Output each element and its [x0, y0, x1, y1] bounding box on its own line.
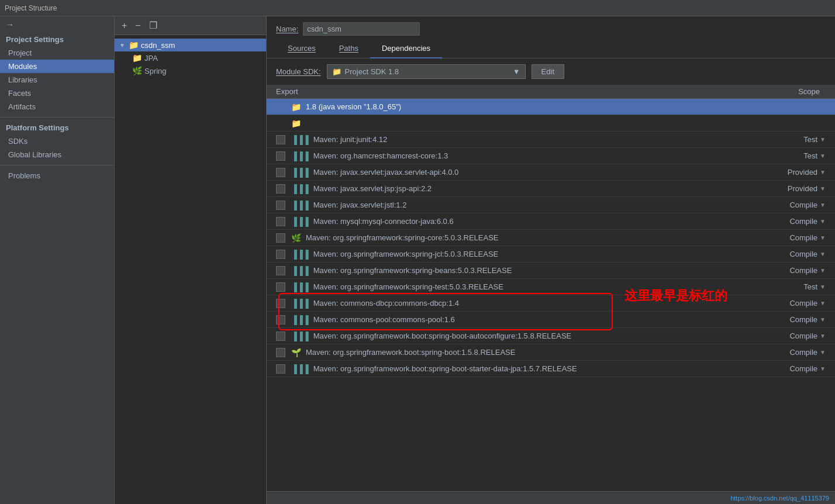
sdk-folder-icon: 📁 [332, 67, 341, 76]
dep-name-spring-core: Maven: org.springframework:spring-core:5… [306, 233, 789, 242]
sidebar-item-project[interactable]: Project [0, 46, 114, 60]
dep-row-spring-jcl[interactable]: ▐▐▐ Maven: org.springframework:spring-jc… [267, 246, 835, 263]
scope-header: Scope [798, 87, 826, 96]
tree-item-jpa[interactable]: 📁 JPA [115, 51, 266, 64]
module-sdk-label: Module SDK: [276, 67, 321, 76]
dep-name-spring-test: Maven: org.springframework:spring-test:5… [313, 282, 803, 291]
dep-checkbox-mysql[interactable] [276, 217, 285, 226]
sidebar-arrow[interactable]: → [0, 16, 114, 33]
dep-row-servlet-api[interactable]: ▐▐▐ Maven: javax.servlet:javax.servlet-a… [267, 164, 835, 181]
dep-scope-arrow-spring-boot-starter-data-jpa[interactable]: ▼ [820, 365, 826, 372]
tree-item-csdn_ssm[interactable]: ▼ 📁 csdn_ssm [115, 39, 266, 51]
dep-scope-arrow-spring-core[interactable]: ▼ [820, 234, 826, 241]
sidebar-item-artifacts[interactable]: Artifacts [0, 100, 114, 113]
tab-dependencies[interactable]: Dependencies [370, 39, 442, 58]
dep-row-commons-dbcp[interactable]: ▐▐▐ Maven: commons-dbcp:commons-dbcp:1.4… [267, 295, 835, 312]
tree-label-csdn_ssm: csdn_ssm [141, 41, 175, 50]
dep-row-spring-boot-autoconfigure[interactable]: ▐▐▐ Maven: org.springframework.boot:spri… [267, 328, 835, 344]
copy-module-button[interactable]: ❐ [147, 19, 160, 32]
dep-scope-commons-dbcp: Compile [789, 299, 817, 308]
dep-checkbox-commons-dbcp[interactable] [276, 299, 285, 308]
dep-scope-arrow-jstl[interactable]: ▼ [820, 202, 826, 208]
dep-icon-spring-boot: 🌱 [291, 348, 301, 357]
tree-item-spring[interactable]: 🌿 Spring [115, 64, 266, 77]
dep-scope-spring-core: Compile [789, 233, 817, 242]
dep-row-hamcrest[interactable]: ▐▐▐ Maven: org.hamcrest:hamcrest-core:1.… [267, 148, 835, 164]
dep-row-junit[interactable]: ▐▐▐ Maven: junit:junit:4.12 Test ▼ [267, 132, 835, 148]
deps-rows: 📁 1.8 (java version "1.8.0_65") 📁 ▐▐▐ Ma… [267, 99, 835, 377]
tree-label-spring: Spring [144, 67, 167, 75]
project-settings-label: Project Settings [0, 33, 114, 46]
dep-checkbox-junit[interactable] [276, 135, 285, 144]
dep-scope-arrow-commons-dbcp[interactable]: ▼ [820, 300, 826, 306]
dep-row-module-source[interactable]: 📁 [267, 115, 835, 132]
sidebar-item-libraries[interactable]: Libraries [0, 73, 114, 87]
dep-scope-arrow-jsp-api[interactable]: ▼ [820, 185, 826, 192]
dep-checkbox-spring-boot-autoconfigure[interactable] [276, 332, 285, 341]
module-tree: + − ❐ ▼ 📁 csdn_ssm 📁 JPA 🌿 Spring [115, 16, 267, 504]
dep-scope-mysql: Compile [789, 217, 817, 226]
remove-module-button[interactable]: − [133, 19, 143, 32]
dep-scope-arrow-hamcrest[interactable]: ▼ [820, 153, 826, 159]
sidebar-item-problems[interactable]: Problems [0, 169, 114, 182]
dep-checkbox-spring-beans[interactable] [276, 266, 285, 275]
title-label: Project Structure [5, 4, 57, 12]
dep-icon-spring-jcl: ▐▐▐ [291, 250, 309, 259]
add-module-button[interactable]: + [119, 19, 129, 32]
dep-scope-arrow-spring-boot[interactable]: ▼ [820, 349, 826, 355]
sidebar-item-sdks[interactable]: SDKs [0, 134, 114, 148]
dep-scope-arrow-junit[interactable]: ▼ [820, 136, 826, 143]
dep-icon-module-source: 📁 [291, 119, 301, 128]
dep-checkbox-spring-core[interactable] [276, 233, 285, 243]
sidebar-item-modules[interactable]: Modules [0, 60, 114, 73]
edit-sdk-button[interactable]: Edit [532, 64, 564, 79]
dep-scope-arrow-mysql[interactable]: ▼ [820, 218, 826, 225]
dep-scope-spring-boot-autoconfigure: Compile [789, 332, 817, 340]
status-link[interactable]: https://blog.csdn.net/qq_41115379 [730, 495, 829, 502]
right-panel: Name: Sources Paths Dependencies Module … [267, 16, 835, 504]
sidebar-item-facets[interactable]: Facets [0, 87, 114, 100]
dep-row-spring-beans[interactable]: ▐▐▐ Maven: org.springframework:spring-be… [267, 263, 835, 279]
dep-checkbox-servlet-api[interactable] [276, 168, 285, 177]
tab-paths[interactable]: Paths [327, 39, 370, 58]
dep-icon-spring-core: 🌿 [291, 233, 301, 243]
dep-checkbox-jsp-api[interactable] [276, 184, 285, 194]
dep-icon-mysql: ▐▐▐ [291, 217, 309, 226]
dep-row-jdk-18[interactable]: 📁 1.8 (java version "1.8.0_65") [267, 99, 835, 115]
dep-name-jdk-18: 1.8 (java version "1.8.0_65") [306, 102, 826, 111]
sidebar-item-global-libraries[interactable]: Global Libraries [0, 148, 114, 161]
dep-scope-arrow-spring-boot-autoconfigure[interactable]: ▼ [820, 333, 826, 339]
dep-row-mysql[interactable]: ▐▐▐ Maven: mysql:mysql-connector-java:6.… [267, 213, 835, 230]
dep-checkbox-hamcrest[interactable] [276, 151, 285, 161]
dep-scope-arrow-commons-pool[interactable]: ▼ [820, 316, 826, 323]
dep-scope-arrow-spring-beans[interactable]: ▼ [820, 267, 826, 274]
dep-checkbox-spring-jcl[interactable] [276, 250, 285, 259]
dep-row-spring-boot-starter-data-jpa[interactable]: ▐▐▐ Maven: org.springframework.boot:spri… [267, 361, 835, 377]
tree-arrow-csdn_ssm: ▼ [119, 42, 125, 49]
dep-row-spring-boot[interactable]: 🌱 Maven: org.springframework.boot:spring… [267, 344, 835, 361]
tab-sources[interactable]: Sources [276, 39, 327, 58]
dep-row-commons-pool[interactable]: ▐▐▐ Maven: commons-pool:commons-pool:1.6… [267, 312, 835, 328]
dep-row-spring-test[interactable]: ▐▐▐ Maven: org.springframework:spring-te… [267, 279, 835, 295]
sidebar-divider [0, 117, 114, 118]
dep-scope-arrow-spring-test[interactable]: ▼ [820, 284, 826, 290]
name-label: Name: [276, 25, 298, 33]
dep-icon-jstl: ▐▐▐ [291, 201, 309, 210]
dep-checkbox-commons-pool[interactable] [276, 315, 285, 325]
dep-checkbox-spring-boot[interactable] [276, 348, 285, 357]
dep-checkbox-spring-boot-starter-data-jpa[interactable] [276, 364, 285, 374]
dep-row-jsp-api[interactable]: ▐▐▐ Maven: javax.servlet.jsp:jsp-api:2.2… [267, 181, 835, 197]
dependencies-table: Export Scope 📁 1.8 (java version "1.8.0_… [267, 85, 835, 491]
dep-scope-arrow-spring-jcl[interactable]: ▼ [820, 251, 826, 257]
dep-icon-commons-dbcp: ▐▐▐ [291, 299, 309, 308]
dep-scope-arrow-servlet-api[interactable]: ▼ [820, 169, 826, 175]
dep-row-jstl[interactable]: ▐▐▐ Maven: javax.servlet:jstl:1.2 Compil… [267, 197, 835, 213]
dep-row-spring-core[interactable]: 🌿 Maven: org.springframework:spring-core… [267, 230, 835, 246]
dep-icon-commons-pool: ▐▐▐ [291, 315, 309, 325]
dep-checkbox-spring-test[interactable] [276, 282, 285, 292]
dep-scope-spring-jcl: Compile [789, 250, 817, 258]
dep-icon-servlet-api: ▐▐▐ [291, 168, 309, 177]
module-name-input[interactable] [303, 22, 420, 36]
dep-checkbox-jstl[interactable] [276, 201, 285, 210]
sdk-selector[interactable]: 📁 Project SDK 1.8 ▼ [327, 64, 526, 79]
